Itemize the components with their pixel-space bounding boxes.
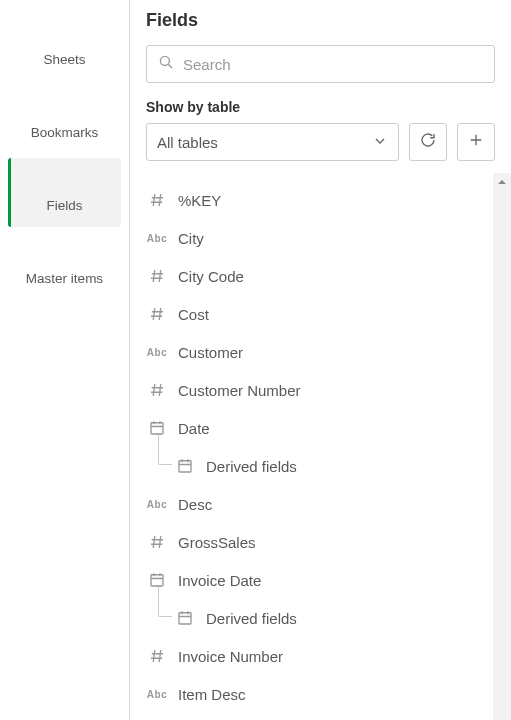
svg-rect-4 (179, 461, 191, 472)
plus-icon (467, 131, 485, 153)
field-row-child[interactable]: Derived fields (146, 447, 485, 485)
add-button[interactable] (457, 123, 495, 161)
field-label: Invoice Number (178, 648, 283, 665)
sidebar-item-label: Bookmarks (31, 125, 99, 140)
svg-rect-3 (151, 423, 163, 434)
field-label: Customer Number (178, 382, 301, 399)
field-label: %KEY (178, 192, 221, 209)
refresh-button[interactable] (409, 123, 447, 161)
sidebar: Sheets Bookmarks Fields (0, 0, 130, 720)
field-type-icon (146, 381, 168, 399)
svg-rect-6 (179, 613, 191, 624)
search-input-wrap[interactable] (146, 45, 495, 83)
field-row[interactable]: AbcCustomer (146, 333, 485, 371)
field-type-icon (174, 457, 196, 475)
field-label: Invoice Date (178, 572, 261, 589)
field-label: Desc (178, 496, 212, 513)
svg-rect-5 (151, 575, 163, 586)
field-label: Derived fields (206, 610, 297, 627)
field-type-icon (146, 191, 168, 209)
tree-connector (158, 435, 172, 465)
sidebar-item-sheets[interactable]: Sheets (8, 12, 121, 81)
sidebar-item-label: Fields (46, 198, 82, 213)
field-type-icon (146, 533, 168, 551)
field-label: Derived fields (206, 458, 297, 475)
field-type-icon: Abc (146, 689, 168, 700)
field-row[interactable]: AbcDesc (146, 485, 485, 523)
field-label: GrossSales (178, 534, 256, 551)
field-row[interactable]: Invoice Number (146, 637, 485, 675)
field-label: Date (178, 420, 210, 437)
scrollbar[interactable] (493, 173, 511, 720)
field-label: City Code (178, 268, 244, 285)
show-by-table-label: Show by table (146, 99, 495, 115)
field-type-icon (146, 647, 168, 665)
field-type-icon (146, 305, 168, 323)
field-row[interactable]: Customer Number (146, 371, 485, 409)
tree-connector (158, 587, 172, 617)
field-row[interactable]: Cost (146, 295, 485, 333)
main-panel: Fields Show by table All tables (130, 0, 511, 720)
field-row[interactable]: GrossSales (146, 523, 485, 561)
chevron-down-icon (372, 133, 388, 152)
field-row-child[interactable]: Derived fields (146, 599, 485, 637)
table-select-value: All tables (157, 134, 218, 151)
field-label: Customer (178, 344, 243, 361)
field-label: Item Desc (178, 686, 246, 703)
sidebar-item-master-items[interactable]: Master items (8, 231, 121, 300)
field-type-icon: Abc (146, 499, 168, 510)
field-type-icon (174, 609, 196, 627)
field-label: City (178, 230, 204, 247)
sidebar-item-fields[interactable]: Fields (8, 158, 121, 227)
search-icon (157, 53, 175, 75)
panel-title: Fields (146, 10, 495, 31)
field-row[interactable]: AbcCity (146, 219, 485, 257)
field-row[interactable]: %KEY (146, 181, 485, 219)
sidebar-item-label: Sheets (43, 52, 85, 67)
scroll-up-icon[interactable] (493, 173, 511, 191)
field-type-icon (146, 267, 168, 285)
field-row[interactable]: AbcItem Desc (146, 675, 485, 713)
svg-point-2 (160, 56, 169, 65)
search-input[interactable] (183, 56, 484, 73)
sidebar-item-bookmarks[interactable]: Bookmarks (8, 85, 121, 154)
field-row[interactable]: Date (146, 409, 485, 447)
field-label: Cost (178, 306, 209, 323)
sidebar-item-label: Master items (26, 271, 103, 286)
field-row[interactable]: Invoice Date (146, 561, 485, 599)
panel-resize-handle[interactable] (506, 603, 509, 631)
refresh-icon (419, 131, 437, 153)
field-type-icon: Abc (146, 233, 168, 244)
field-row[interactable]: City Code (146, 257, 485, 295)
field-list[interactable]: %KEYAbcCityCity CodeCostAbcCustomerCusto… (130, 173, 489, 720)
table-select[interactable]: All tables (146, 123, 399, 161)
field-type-icon: Abc (146, 347, 168, 358)
